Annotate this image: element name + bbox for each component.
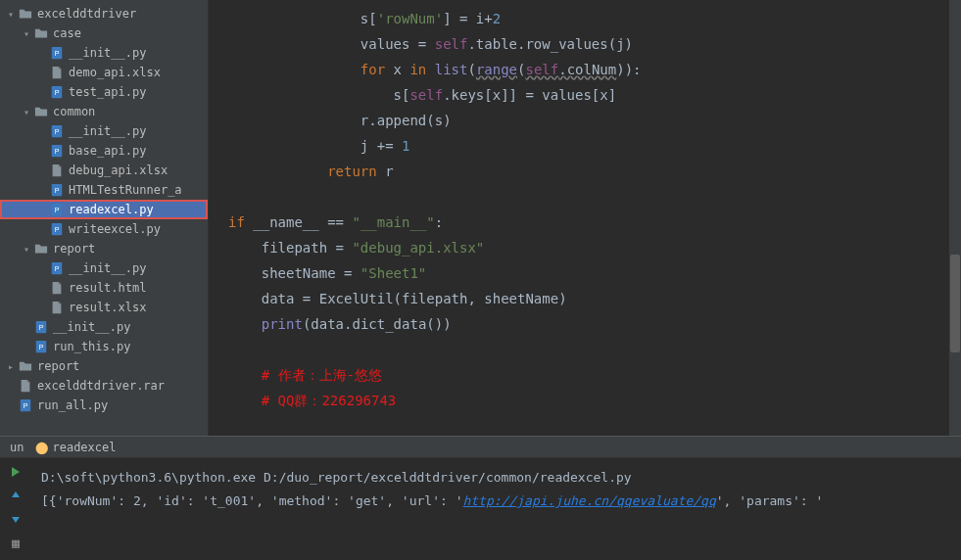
code-line[interactable]: if __name__ == "__main__": bbox=[228, 210, 951, 235]
rerun-button[interactable] bbox=[8, 464, 24, 480]
code-line[interactable]: s[self.keys[x]] = values[x] bbox=[228, 82, 951, 108]
tree-item-label: HTMLTestRunner_a bbox=[69, 183, 182, 197]
code-token: sheetName) bbox=[484, 291, 566, 306]
code-token: self bbox=[409, 87, 443, 103]
file-run-this[interactable]: ▸Prun_this.py bbox=[0, 337, 208, 356]
code-editor[interactable]: s['rowNum'] = i+2 values = self.table.ro… bbox=[209, 0, 961, 436]
tree-arrow-icon[interactable]: ▾ bbox=[20, 242, 33, 256]
code-token: range bbox=[476, 62, 517, 77]
scroll-up-button[interactable] bbox=[8, 488, 24, 503]
file-result-html[interactable]: ▸result.html bbox=[0, 278, 208, 298]
terminal-settings-button[interactable]: ▦ bbox=[8, 535, 24, 550]
code-line[interactable]: print(data.dict_data()) bbox=[228, 311, 951, 337]
svg-text:P: P bbox=[55, 148, 60, 155]
tree-item-label: report bbox=[37, 359, 79, 373]
tree-item-label: report bbox=[53, 242, 95, 256]
folder-case[interactable]: ▾case bbox=[0, 23, 208, 43]
run-tab-readexcel[interactable]: ⬤ readexcel bbox=[35, 441, 116, 454]
code-line[interactable]: values = self.table.row_values(j) bbox=[228, 31, 951, 57]
tree-arrow-icon[interactable]: ▾ bbox=[20, 26, 33, 40]
code-line[interactable]: return r bbox=[228, 159, 951, 184]
file-result-xlsx[interactable]: ▸result.xlsx bbox=[0, 298, 208, 317]
tree-item-label: debug_api.xlsx bbox=[69, 163, 168, 177]
code-line[interactable]: r.append(s) bbox=[228, 108, 951, 133]
code-token bbox=[228, 316, 262, 332]
python-file-icon: P bbox=[49, 123, 65, 139]
file-writeexcel[interactable]: ▸Pwriteexcel.py bbox=[0, 219, 208, 239]
code-token: "Sheet1" bbox=[360, 265, 426, 281]
code-line[interactable]: filepath = "debug_api.xlsx" bbox=[228, 235, 951, 260]
folder-report-outer[interactable]: ▸report bbox=[0, 356, 208, 376]
code-token: return bbox=[327, 163, 385, 179]
svg-text:P: P bbox=[39, 344, 44, 350]
tree-item-label: __init__.py bbox=[69, 46, 146, 60]
file-readexcel[interactable]: ▸Preadexcel.py bbox=[0, 200, 208, 219]
main-area: ▾excelddtdriver▾case▸P__init__.py▸demo_a… bbox=[0, 0, 961, 436]
code-line[interactable] bbox=[228, 184, 951, 210]
tree-arrow-icon[interactable]: ▾ bbox=[20, 105, 33, 118]
file-init-report[interactable]: ▸P__init__.py bbox=[0, 258, 208, 278]
code-line[interactable]: for x in list(range(self.colNum)): bbox=[228, 57, 951, 82]
folder-report[interactable]: ▾report bbox=[0, 239, 208, 258]
code-token: data = ExcelUtil(filepath bbox=[228, 291, 467, 306]
run-tab-partial[interactable]: un bbox=[10, 441, 24, 454]
run-tab-label: readexcel bbox=[52, 441, 116, 454]
file-rar[interactable]: ▸excelddtdriver.rar bbox=[0, 376, 208, 396]
file-htmltestrunner[interactable]: ▸PHTMLTestRunner_a bbox=[0, 180, 208, 200]
terminal-tab-bar: un ⬤ readexcel bbox=[0, 436, 961, 457]
svg-text:P: P bbox=[55, 128, 60, 135]
tree-item-label: excelddtdriver bbox=[37, 7, 136, 21]
svg-text:P: P bbox=[55, 265, 60, 272]
tree-item-label: excelddtdriver.rar bbox=[37, 379, 165, 393]
code-token: self bbox=[435, 36, 468, 52]
folder-common[interactable]: ▾common bbox=[0, 102, 208, 121]
file-test-api[interactable]: ▸Ptest_api.py bbox=[0, 82, 208, 102]
code-token: ] = i+ bbox=[443, 11, 493, 26]
terminal-link[interactable]: http://japi.juhe.cn/qqevaluate/qq bbox=[462, 493, 715, 508]
svg-text:P: P bbox=[55, 50, 60, 57]
code-token: "__main__" bbox=[352, 214, 434, 230]
tree-item-label: common bbox=[53, 105, 95, 118]
file-init-root[interactable]: ▸P__init__.py bbox=[0, 317, 208, 337]
code-line[interactable]: data = ExcelUtil(filepath, sheetName) bbox=[228, 286, 951, 311]
terminal-line[interactable]: [{'rowNum': 2, 'id': 't_001', 'method': … bbox=[41, 490, 951, 513]
code-token: .keys[x]] = values[x] bbox=[443, 87, 616, 103]
tree-item-label: result.html bbox=[69, 281, 146, 295]
code-line[interactable]: # 作者：上海-悠悠 bbox=[228, 362, 951, 388]
code-token: in bbox=[409, 62, 434, 77]
file-init-common[interactable]: ▸P__init__.py bbox=[0, 121, 208, 141]
project-tree[interactable]: ▾excelddtdriver▾case▸P__init__.py▸demo_a… bbox=[0, 0, 209, 436]
code-line[interactable] bbox=[228, 337, 951, 362]
code-line[interactable]: s['rowNum'] = i+2 bbox=[228, 6, 951, 31]
code-line[interactable]: # QQ群：226296743 bbox=[228, 388, 951, 413]
code-token: r.append(s) bbox=[228, 113, 452, 128]
terminal-line[interactable]: D:\soft\python3.6\python.exe D:/duo_repo… bbox=[41, 466, 951, 490]
terminal-text: ', 'params': ' bbox=[716, 493, 824, 508]
editor-scrollbar-thumb[interactable] bbox=[950, 255, 960, 352]
tree-arrow-icon[interactable]: ▸ bbox=[4, 359, 18, 373]
file-run-all[interactable]: ▸Prun_all.py bbox=[0, 396, 208, 415]
folder-icon bbox=[33, 241, 49, 257]
code-token bbox=[228, 393, 262, 408]
tree-arrow-icon[interactable]: ▾ bbox=[4, 7, 18, 21]
project-root[interactable]: ▾excelddtdriver bbox=[0, 4, 208, 23]
code-token bbox=[228, 62, 360, 77]
python-file-icon: P bbox=[33, 339, 49, 354]
terminal-gutter: ▦ bbox=[0, 458, 31, 560]
code-line[interactable]: j += 1 bbox=[228, 133, 951, 159]
code-token bbox=[228, 342, 236, 357]
file-init-case[interactable]: ▸P__init__.py bbox=[0, 43, 208, 63]
terminal-output[interactable]: D:\soft\python3.6\python.exe D:/duo_repo… bbox=[31, 458, 961, 560]
editor-scrollbar-track[interactable] bbox=[949, 0, 961, 436]
file-debug-api[interactable]: ▸debug_api.xlsx bbox=[0, 161, 208, 180]
code-line[interactable]: sheetName = "Sheet1" bbox=[228, 260, 951, 286]
code-token: "debug_api.xlsx" bbox=[352, 240, 484, 256]
scroll-down-button[interactable] bbox=[8, 511, 24, 527]
python-file-icon: P bbox=[33, 319, 49, 335]
file-base-api[interactable]: ▸Pbase_api.py bbox=[0, 141, 208, 161]
code-token: j += bbox=[228, 138, 402, 154]
file-demo-api[interactable]: ▸demo_api.xlsx bbox=[0, 63, 208, 82]
code-token: .colNum bbox=[558, 62, 616, 77]
code-token: list bbox=[435, 62, 468, 77]
terminal-text: [{'rowNum': 2, 'id': 't_001', 'method': … bbox=[41, 493, 462, 508]
